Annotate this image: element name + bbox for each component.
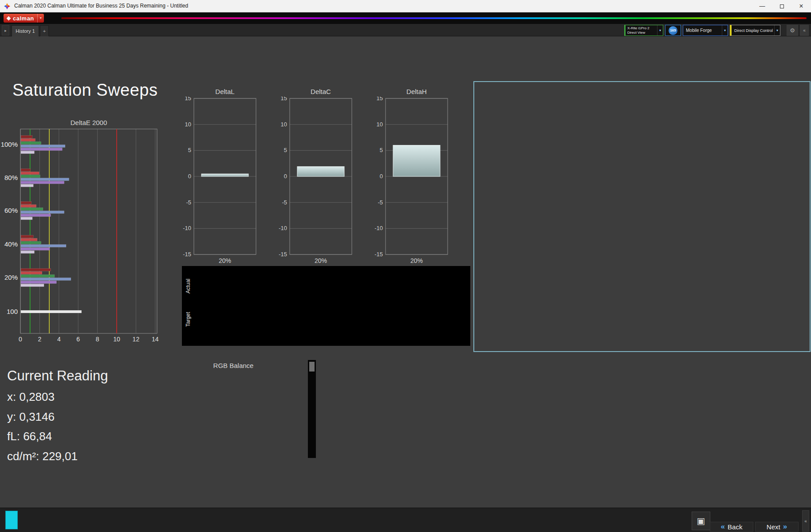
reading-fl: fL: 66,84	[7, 430, 52, 443]
minimize-button[interactable]: —	[752, 0, 772, 12]
svg-text:60%: 60%	[4, 207, 18, 214]
brand-bar: calman ▾	[0, 12, 811, 24]
svg-text:20%: 20%	[219, 257, 231, 264]
title-bar: Calman 2020 Calman Ultimate for Business…	[0, 0, 811, 12]
current-reading-title: Current Reading	[7, 368, 108, 384]
svg-text:8: 8	[96, 336, 99, 343]
svg-text:0: 0	[188, 173, 191, 180]
application-window: Calman 2020 Calman Ultimate for Business…	[0, 0, 811, 532]
delta-c-plot: 151050-5-10-1520%	[276, 97, 354, 265]
back-label: Back	[728, 523, 742, 531]
calman-diamond-icon	[6, 16, 11, 21]
actual-row-label: Actual	[185, 270, 192, 303]
pattern-window-button[interactable]: ▣	[692, 512, 710, 530]
svg-text:100%: 100%	[1, 141, 18, 148]
delta-e-chart-title: DeltaE 2000	[20, 118, 157, 128]
maximize-icon	[780, 4, 784, 8]
calman-logo-button[interactable]: calman ▾	[4, 14, 44, 23]
svg-text:-10: -10	[183, 225, 191, 231]
rgb-balance-chart-title: RGB Balance	[178, 361, 288, 371]
svg-text:15: 15	[377, 97, 383, 102]
meter-selector[interactable]: X-Rite i1Pro 2 Direct View ▾	[624, 25, 663, 36]
badge-value: 165	[669, 26, 677, 35]
svg-text:40%: 40%	[4, 240, 18, 248]
add-tab-button[interactable]: +	[40, 25, 49, 36]
svg-text:-15: -15	[374, 251, 383, 258]
page-title: Saturation Sweeps	[12, 81, 157, 100]
svg-text:10: 10	[185, 121, 191, 128]
svg-text:4: 4	[57, 336, 61, 343]
tab-scroll-button[interactable]: ▸	[2, 25, 9, 35]
meter-name: X-Rite i1Pro 2	[627, 26, 655, 31]
svg-text:6: 6	[76, 336, 80, 343]
source-name: Mobile Forge	[683, 28, 722, 33]
svg-text:-5: -5	[378, 199, 383, 206]
gear-icon: ⚙	[790, 27, 795, 34]
close-button[interactable]: ×	[791, 0, 811, 12]
table-scrollbar[interactable]	[308, 360, 316, 458]
svg-text:10: 10	[377, 121, 383, 128]
svg-text:10: 10	[281, 121, 287, 128]
settings-button[interactable]: ⚙	[787, 25, 798, 36]
table-scrollbar-thumb[interactable]	[309, 362, 315, 372]
chevron-down-icon[interactable]: ▾	[37, 14, 42, 23]
svg-text:20%: 20%	[410, 257, 423, 264]
cie-1931-plot	[474, 82, 810, 351]
back-button[interactable]: « Back	[710, 522, 753, 532]
svg-text:5: 5	[380, 147, 383, 153]
display-control-selector[interactable]: Direct Display Control ▾	[730, 25, 780, 36]
patch-count-badge[interactable]: 165	[665, 25, 681, 36]
svg-text:-15: -15	[279, 251, 287, 258]
svg-text:12: 12	[133, 336, 140, 343]
tab-bar: ▸ History 1 + X-Rite i1Pro 2 Direct View…	[0, 24, 811, 36]
svg-text:20%: 20%	[315, 257, 327, 264]
chevron-down-icon: ▾	[774, 25, 780, 35]
rgb-balance-chart: RGB Balance	[159, 361, 308, 480]
svg-text:80%: 80%	[4, 174, 18, 181]
tab-history-1[interactable]: History 1	[12, 25, 39, 36]
delta-h-plot: 151050-5-10-1520%	[372, 97, 450, 265]
next-label: Next	[767, 523, 780, 531]
calman-logo-text: calman	[13, 15, 34, 22]
bar-collapse-button[interactable]: «	[802, 510, 809, 532]
next-icon: »	[783, 522, 787, 531]
svg-text:5: 5	[284, 147, 287, 153]
svg-text:0: 0	[284, 173, 287, 180]
svg-text:14: 14	[152, 336, 159, 343]
reading-cdm2: cd/m²: 229,01	[7, 450, 78, 463]
svg-text:10: 10	[113, 336, 120, 343]
cie-1931-panel	[473, 81, 811, 352]
svg-text:-15: -15	[183, 251, 191, 258]
svg-text:20%: 20%	[4, 274, 18, 281]
source-selector[interactable]: Mobile Forge ▾	[683, 25, 728, 36]
delta-l-chart: DeltaL 151050-5-10-1520%	[181, 87, 259, 266]
rgb-balance-plot	[159, 371, 308, 480]
svg-text:-5: -5	[186, 199, 191, 206]
display-control-name: Direct Display Control	[732, 28, 774, 33]
bottom-bar: ▣ « Back Next » «	[0, 508, 811, 532]
back-icon: «	[721, 522, 725, 531]
pattern-preview-thumbnail[interactable]	[5, 511, 18, 529]
svg-text:-5: -5	[282, 199, 287, 206]
reading-y: y: 0,3146	[7, 410, 55, 424]
target-row-label: Target	[185, 303, 192, 336]
svg-text:0: 0	[380, 173, 383, 180]
chevron-down-icon: ▾	[722, 25, 728, 35]
maximize-button[interactable]	[772, 0, 791, 12]
delta-e-plot: 02468101214100%80%60%40%20%100	[0, 128, 177, 349]
delta-c-chart: DeltaC 151050-5-10-1520%	[276, 87, 354, 266]
actual-target-swatch-panel: Actual Target	[182, 266, 470, 346]
delta-c-chart-title: DeltaC	[290, 87, 352, 97]
svg-text:2: 2	[38, 336, 42, 343]
svg-text:100: 100	[7, 308, 18, 315]
chevron-down-icon: ▾	[657, 25, 663, 35]
svg-text:-10: -10	[279, 225, 287, 231]
svg-text:15: 15	[185, 97, 191, 102]
delta-l-chart-title: DeltaL	[194, 87, 256, 97]
collapse-panel-button[interactable]: «	[800, 25, 809, 36]
delta-e-chart: DeltaE 2000 02468101214100%80%60%40%20%1…	[0, 118, 177, 349]
svg-text:0: 0	[19, 336, 22, 343]
svg-text:5: 5	[188, 147, 191, 153]
meter-mode: Direct View	[627, 31, 655, 35]
next-button[interactable]: Next »	[755, 522, 799, 532]
